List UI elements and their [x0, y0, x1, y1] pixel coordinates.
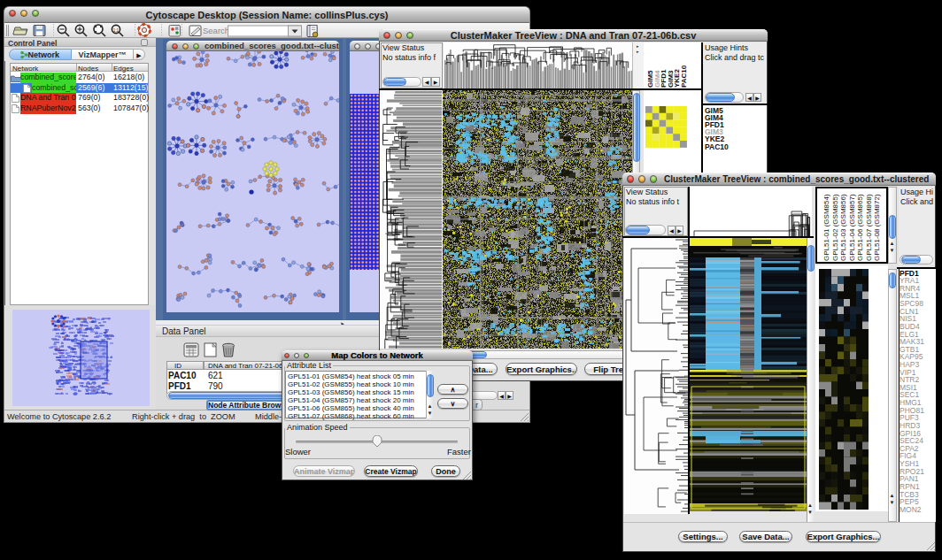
- svg-text:Search:: Search:: [203, 26, 232, 35]
- svg-text:1:1: 1:1: [113, 28, 120, 33]
